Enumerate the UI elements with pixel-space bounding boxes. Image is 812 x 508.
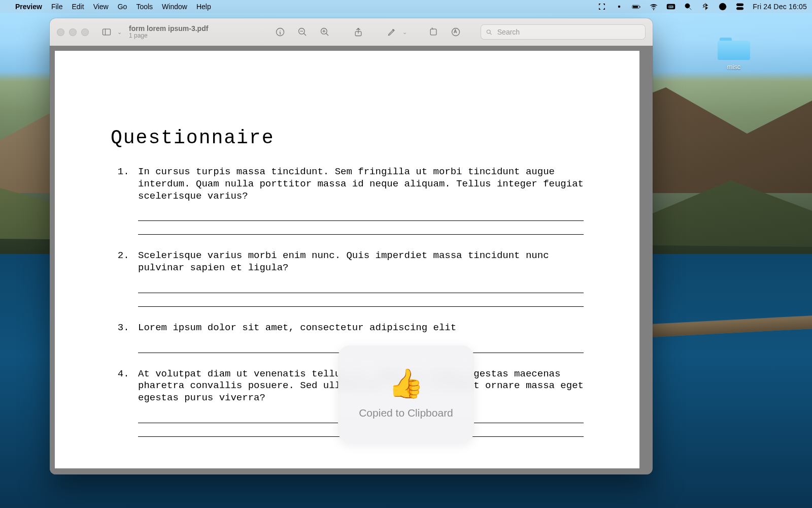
- svg-point-4: [653, 9, 654, 10]
- window-traffic-lights: [57, 28, 89, 36]
- hud-message: Copied to Clipboard: [359, 407, 453, 419]
- sidebar-toggle-button[interactable]: [98, 24, 115, 40]
- share-button[interactable]: [350, 24, 367, 40]
- menu-file[interactable]: File: [51, 3, 63, 11]
- menu-tools[interactable]: Tools: [136, 3, 153, 11]
- answer-line: [138, 209, 584, 221]
- menu-go[interactable]: Go: [118, 3, 127, 11]
- svg-rect-14: [103, 29, 111, 35]
- svg-point-12: [738, 4, 739, 6]
- answer-line: [138, 295, 584, 307]
- answer-line: [138, 223, 584, 235]
- menu-help[interactable]: Help: [196, 3, 211, 11]
- markup-button[interactable]: [383, 24, 400, 40]
- macos-menubar: Preview File Edit View Go Tools Window H…: [0, 0, 812, 13]
- question-text: Scelerisque varius morbi enim nunc. Quis…: [138, 250, 584, 274]
- svg-point-13: [741, 8, 742, 9]
- battery-icon[interactable]: [632, 2, 641, 11]
- desktop-folder-label: misc: [716, 63, 752, 71]
- svg-rect-10: [737, 4, 744, 6]
- thumbs-up-icon: 👍: [388, 369, 424, 398]
- folder-icon: [718, 36, 750, 60]
- traffic-zoom[interactable]: [81, 28, 89, 36]
- window-titlebar[interactable]: ⌄ form lorem ipsum-3.pdf 1 page ⌄: [50, 18, 653, 46]
- chevron-down-icon[interactable]: ⌄: [400, 29, 409, 36]
- svg-point-21: [487, 29, 490, 33]
- search-input[interactable]: [496, 27, 640, 37]
- svg-text:⌨: ⌨: [668, 5, 673, 9]
- svg-rect-19: [430, 29, 436, 35]
- svg-point-9: [722, 5, 724, 7]
- svg-point-0: [618, 6, 621, 8]
- menu-window[interactable]: Window: [162, 3, 187, 11]
- question-text: In cursus turpis massa tincidunt. Sem fr…: [138, 166, 584, 202]
- zoom-out-button[interactable]: [294, 24, 311, 40]
- menu-edit[interactable]: Edit: [72, 3, 84, 11]
- rotate-button[interactable]: [425, 24, 442, 40]
- keyboard-layout-icon[interactable]: ⌨: [666, 2, 675, 11]
- vertical-scrollbar[interactable]: [647, 49, 652, 471]
- search-field[interactable]: [481, 24, 646, 40]
- traffic-minimize[interactable]: [69, 28, 77, 36]
- chevron-down-icon[interactable]: ⌄: [117, 29, 122, 36]
- document-title: form lorem ipsum-3.pdf 1 page: [129, 24, 208, 40]
- question-text: Lorem ipsum dolor sit amet, consectetur …: [138, 322, 584, 334]
- answer-line: [138, 281, 584, 293]
- document-pagecount: 1 page: [129, 33, 208, 40]
- svg-rect-3: [640, 6, 640, 8]
- menu-view[interactable]: View: [93, 3, 109, 11]
- bluetooth-off-icon[interactable]: [701, 2, 710, 11]
- question-item: Scelerisque varius morbi enim nunc. Quis…: [135, 250, 584, 307]
- svg-point-7: [685, 4, 690, 8]
- fullscreen-icon[interactable]: [597, 2, 606, 11]
- status-menu-icon[interactable]: [615, 2, 624, 11]
- menubar-clock[interactable]: Fri 24 Dec 16:05: [753, 3, 807, 11]
- zoom-in-button[interactable]: [316, 24, 333, 40]
- search-icon: [486, 28, 493, 36]
- highlight-button[interactable]: [447, 24, 464, 40]
- wifi-icon[interactable]: [649, 2, 658, 11]
- desktop-folder-misc[interactable]: misc: [716, 36, 752, 71]
- control-center-icon[interactable]: [735, 2, 745, 11]
- info-button[interactable]: [272, 24, 289, 40]
- svg-rect-11: [737, 8, 744, 10]
- question-item: In cursus turpis massa tincidunt. Sem fr…: [135, 166, 584, 235]
- traffic-close[interactable]: [57, 28, 64, 36]
- user-icon[interactable]: [718, 2, 727, 11]
- document-filename: form lorem ipsum-3.pdf: [129, 24, 208, 33]
- app-name[interactable]: Preview: [15, 3, 42, 11]
- page-title: Questionnaire: [111, 127, 584, 149]
- svg-rect-2: [633, 6, 638, 8]
- spotlight-icon[interactable]: [684, 2, 693, 11]
- copied-to-clipboard-hud: 👍 Copied to Clipboard: [338, 345, 474, 443]
